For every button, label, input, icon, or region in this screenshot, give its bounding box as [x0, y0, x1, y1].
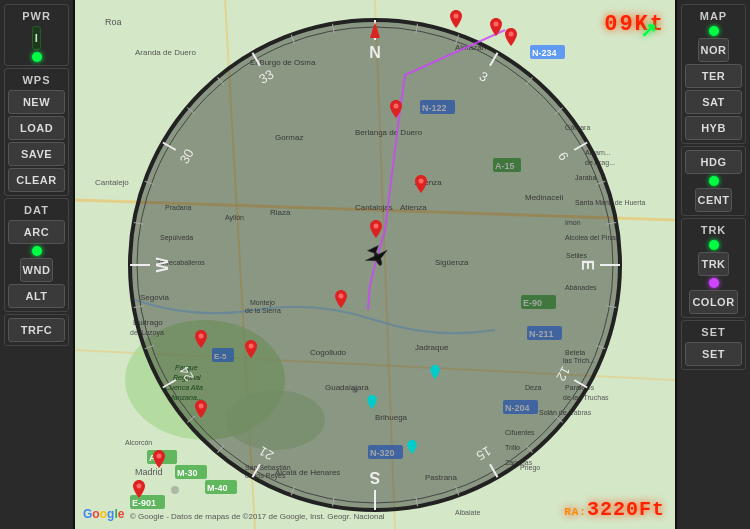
cent-led — [709, 176, 719, 186]
map-pin-6 — [370, 220, 382, 238]
map-pin-8 — [245, 340, 257, 358]
svg-text:Parque: Parque — [175, 364, 198, 372]
altitude-display: RA:3220Ft — [564, 498, 665, 521]
map-pin-cyan-2 — [407, 440, 417, 454]
map-label: MAP — [685, 8, 742, 24]
svg-text:El Burgo de Osma: El Burgo de Osma — [250, 58, 316, 67]
svg-text:Solán de Cabras: Solán de Cabras — [539, 409, 592, 416]
svg-text:Jaraba: Jaraba — [575, 174, 597, 181]
nor-button[interactable]: NOR — [698, 38, 730, 62]
wps-label: WPS — [8, 72, 65, 88]
svg-text:N-204: N-204 — [505, 403, 530, 413]
map-pin-5 — [415, 175, 427, 193]
trk-section: TRK TRK COLOR — [681, 218, 746, 318]
map-pin-7 — [335, 290, 347, 308]
svg-point-6 — [225, 390, 325, 450]
map-area[interactable]: Roa Aranda de Duero El Burgo de Osma Alm… — [75, 0, 675, 529]
svg-text:M-40: M-40 — [207, 483, 228, 493]
altitude-value: 3220Ft — [587, 498, 665, 521]
svg-text:Priego: Priego — [520, 464, 540, 472]
svg-text:Riaza: Riaza — [270, 208, 291, 217]
svg-point-92 — [394, 104, 399, 109]
svg-point-90 — [509, 32, 514, 37]
load-button[interactable]: LOAD — [8, 116, 65, 140]
svg-text:Alham...: Alham... — [585, 149, 611, 156]
altitude-label: RA: — [564, 506, 587, 518]
dat-label: DAT — [8, 202, 65, 218]
map-pin-3 — [450, 10, 462, 28]
svg-point-97 — [199, 404, 204, 409]
svg-text:de Arag...: de Arag... — [585, 159, 615, 167]
svg-text:N-122: N-122 — [422, 103, 447, 113]
svg-text:Buitrago: Buitrago — [133, 318, 163, 327]
set-section: SET SET — [681, 320, 746, 370]
svg-text:Cifuentes: Cifuentes — [505, 429, 535, 436]
map-pin-10 — [153, 450, 165, 468]
svg-text:Segovia: Segovia — [140, 293, 169, 302]
svg-text:las Trich...: las Trich... — [563, 357, 595, 364]
pwr-button[interactable]: I — [32, 26, 42, 50]
svg-text:N-234: N-234 — [532, 48, 557, 58]
svg-text:Alcorcón: Alcorcón — [125, 439, 152, 446]
map-pin-cyan-1 — [367, 395, 377, 409]
map-pin-1 — [490, 18, 502, 36]
svg-point-98 — [157, 454, 162, 459]
svg-point-94 — [374, 224, 379, 229]
svg-text:Cogolludo: Cogolludo — [310, 348, 347, 357]
svg-text:Almazán: Almazán — [455, 43, 486, 52]
trk-button[interactable]: TRK — [698, 252, 728, 276]
svg-text:Brihuega: Brihuega — [375, 413, 408, 422]
wnd-section: WND — [8, 246, 65, 282]
svg-text:N-211: N-211 — [529, 329, 554, 339]
hdg-button[interactable]: HDG — [685, 150, 742, 174]
svg-text:Albalate: Albalate — [455, 509, 480, 516]
svg-text:E-90: E-90 — [523, 298, 542, 308]
clear-button[interactable]: CLEAR — [8, 168, 65, 192]
svg-text:Gómara: Gómara — [565, 124, 590, 131]
svg-text:de los Reyes: de los Reyes — [245, 472, 286, 480]
new-button[interactable]: NEW — [8, 90, 65, 114]
svg-point-91 — [454, 14, 459, 19]
hyb-button[interactable]: HYB — [685, 116, 742, 140]
pwr-label: PWR — [22, 8, 51, 24]
svg-text:Setiles: Setiles — [566, 252, 588, 259]
right-panel: MAP NOR TER SAT HYB HDG CENT TRK TRK COL… — [675, 0, 750, 529]
svg-text:Ayllón: Ayllón — [225, 214, 244, 222]
svg-text:Beteta: Beteta — [565, 349, 585, 356]
set-label: SET — [685, 324, 742, 340]
svg-text:Madrid: Madrid — [135, 467, 163, 477]
svg-text:Regional: Regional — [173, 374, 201, 382]
save-button[interactable]: SAVE — [8, 142, 65, 166]
arc-button[interactable]: ARC — [8, 220, 65, 244]
svg-point-7 — [171, 486, 179, 494]
alt-button[interactable]: ALT — [8, 284, 65, 308]
svg-text:Trillo: Trillo — [505, 444, 520, 451]
svg-point-100 — [199, 334, 204, 339]
svg-point-99 — [137, 484, 142, 489]
wps-section: WPS NEW LOAD SAVE CLEAR — [4, 68, 69, 196]
wnd-button[interactable]: WND — [20, 258, 54, 282]
trfc-section: TRFC — [4, 314, 69, 346]
svg-text:Cantalejo: Cantalejo — [95, 178, 129, 187]
north-arrow: ↗ — [640, 18, 657, 42]
set-button[interactable]: SET — [685, 342, 742, 366]
svg-text:Torrecaballeros: Torrecaballeros — [157, 259, 205, 266]
trk-led — [709, 240, 719, 250]
map-pin-11 — [133, 480, 145, 498]
map-pin-2 — [505, 28, 517, 46]
svg-text:del Lozoya: del Lozoya — [130, 329, 164, 337]
map-pin-12 — [195, 330, 207, 348]
trk-btn-section: TRK — [685, 240, 742, 276]
trk-label: TRK — [685, 222, 742, 238]
color-section: COLOR — [685, 278, 742, 314]
svg-text:Sigüenza: Sigüenza — [435, 258, 469, 267]
svg-point-95 — [339, 294, 344, 299]
svg-text:Santa Maria de Huerta: Santa Maria de Huerta — [575, 199, 646, 206]
trfc-button[interactable]: TRFC — [8, 318, 65, 342]
svg-text:Jadraque: Jadraque — [415, 343, 449, 352]
color-button[interactable]: COLOR — [689, 290, 737, 314]
cent-button[interactable]: CENT — [695, 188, 733, 212]
sat-button[interactable]: SAT — [685, 90, 742, 114]
svg-text:Roa: Roa — [105, 17, 122, 27]
ter-button[interactable]: TER — [685, 64, 742, 88]
